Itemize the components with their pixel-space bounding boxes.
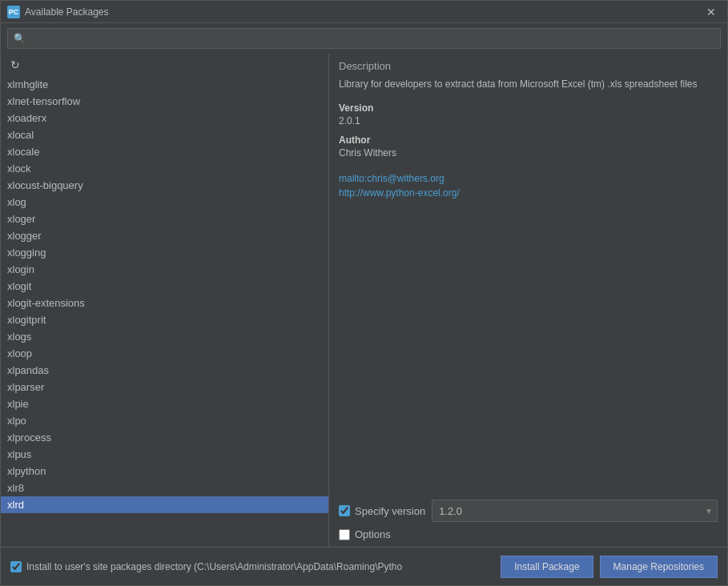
close-button[interactable]: ✕ xyxy=(702,4,721,20)
list-item[interactable]: xlnet-tensorflow xyxy=(1,93,328,110)
list-item[interactable]: xlogit-extensions xyxy=(1,295,328,311)
version-value: 2.0.1 xyxy=(329,115,727,130)
install-package-button[interactable]: Install Package xyxy=(501,556,593,578)
list-item[interactable]: xlpus xyxy=(1,446,328,463)
right-bottom-controls: Specify version 2.0.12.0.01.2.01.1.01.0.… xyxy=(329,493,727,547)
options-label[interactable]: Options xyxy=(339,528,391,540)
right-panel-scroll: Description Library for developers to ex… xyxy=(329,54,727,493)
list-item[interactable]: xlogitprit xyxy=(1,311,328,328)
main-content: ↻ xlmhglitexlnet-tensorflowxloaderxxloca… xyxy=(1,54,727,547)
list-item[interactable]: xlprocess xyxy=(1,429,328,446)
refresh-button[interactable]: ↻ xyxy=(7,57,23,73)
list-item[interactable]: xloop xyxy=(1,345,328,362)
install-site-packages-checkbox[interactable] xyxy=(10,561,22,572)
list-item[interactable]: xlr8 xyxy=(1,480,328,496)
list-item[interactable]: xloger xyxy=(1,211,328,227)
package-list: xlmhglitexlnet-tensorflowxloaderxxlocalx… xyxy=(1,76,328,547)
version-select[interactable]: 2.0.12.0.01.2.01.1.01.0.0 xyxy=(432,500,718,522)
author-value: Chris Withers xyxy=(329,147,727,162)
list-item[interactable]: xlocal xyxy=(1,126,328,143)
manage-repositories-button[interactable]: Manage Repositories xyxy=(600,556,718,578)
search-input[interactable] xyxy=(7,28,721,49)
list-item[interactable]: xlogin xyxy=(1,261,328,278)
titlebar: PC Available Packages ✕ xyxy=(1,1,727,23)
list-item[interactable]: xlog xyxy=(1,194,328,211)
refresh-row: ↻ xyxy=(1,54,328,76)
description-header: Description xyxy=(329,54,727,75)
list-item[interactable]: xlogit xyxy=(1,278,328,295)
author-label: Author xyxy=(329,130,727,147)
version-select-wrap: 2.0.12.0.01.2.01.1.01.0.0 ▼ xyxy=(432,500,718,522)
left-panel: ↻ xlmhglitexlnet-tensorflowxloaderxxloca… xyxy=(1,54,329,547)
list-item[interactable]: xloaderx xyxy=(1,110,328,126)
list-item[interactable]: xlock xyxy=(1,160,328,177)
options-checkbox[interactable] xyxy=(339,529,350,540)
options-row: Options xyxy=(339,528,718,540)
list-item[interactable]: xlocust-bigquery xyxy=(1,177,328,194)
list-item[interactable]: xlpandas xyxy=(1,362,328,379)
right-panel: Description Library for developers to ex… xyxy=(329,54,727,547)
list-item[interactable]: xlmhglite xyxy=(1,76,328,93)
list-item[interactable]: xlogs xyxy=(1,328,328,345)
specify-version-label[interactable]: Specify version xyxy=(339,505,425,517)
search-wrap: 🔍 xyxy=(7,28,721,49)
main-window: PC Available Packages ✕ 🔍 ↻ xlmhglitexln… xyxy=(0,0,728,586)
search-bar: 🔍 xyxy=(1,23,727,54)
app-icon: PC xyxy=(7,6,20,18)
version-label: Version xyxy=(329,98,727,115)
bottom-bar: Install to user's site packages director… xyxy=(1,547,727,585)
list-item[interactable]: xlpython xyxy=(1,463,328,480)
list-item[interactable]: xlocale xyxy=(1,143,328,160)
list-item[interactable]: xlparser xyxy=(1,379,328,395)
list-item[interactable]: xlpie xyxy=(1,395,328,412)
website-link[interactable]: http://www.python-excel.org/ xyxy=(329,186,727,200)
list-item[interactable]: xlrd xyxy=(1,496,328,513)
description-text: Library for developers to extract data f… xyxy=(329,75,727,98)
mailto-link[interactable]: mailto:chris@withers.org xyxy=(329,171,727,186)
install-site-packages-label[interactable]: Install to user's site packages director… xyxy=(10,561,494,572)
list-item[interactable]: xlogging xyxy=(1,244,328,261)
search-icon: 🔍 xyxy=(14,33,26,44)
window-title: Available Packages xyxy=(25,6,702,18)
list-item[interactable]: xlpo xyxy=(1,412,328,429)
specify-version-checkbox[interactable] xyxy=(339,505,350,516)
version-row: Specify version 2.0.12.0.01.2.01.1.01.0.… xyxy=(339,500,718,522)
list-item[interactable]: xlogger xyxy=(1,227,328,244)
